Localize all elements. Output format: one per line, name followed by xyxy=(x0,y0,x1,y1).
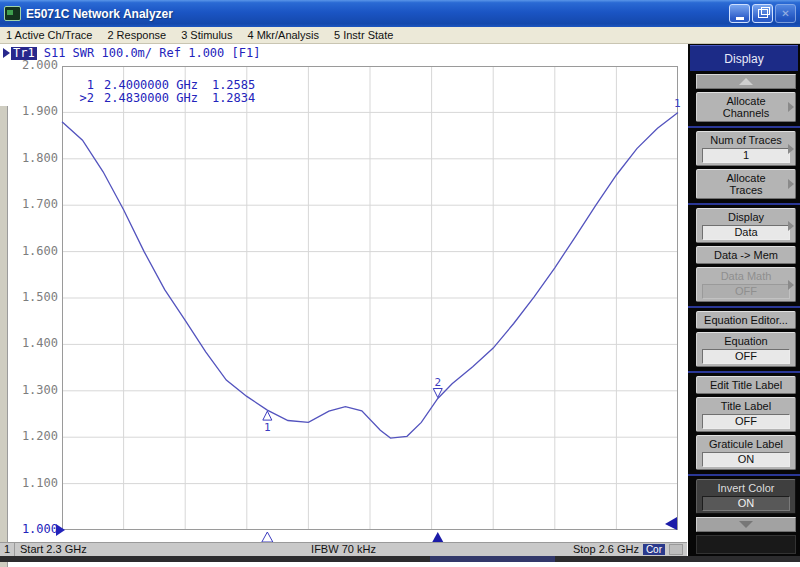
bottom-strip xyxy=(0,556,800,562)
softkey-edit-title-label[interactable]: Edit Title Label xyxy=(696,376,796,394)
softkey-value: OFF xyxy=(702,349,790,364)
svg-text:2: 2 xyxy=(434,376,441,389)
y-tick-label: 1.800 xyxy=(6,151,58,166)
softkey-data-math[interactable]: Data Math OFF xyxy=(696,267,796,302)
y-tick-label: 1.400 xyxy=(6,336,58,351)
start-frequency-label: Start 2.3 GHz xyxy=(20,543,87,556)
restore-button[interactable] xyxy=(752,4,773,23)
softkey-sidebar: Display Allocate Channels Num of Traces … xyxy=(688,44,800,556)
titlebar: E5071C Network Analyzer ✕ xyxy=(0,0,800,27)
y-tick-label: 1.500 xyxy=(6,290,58,305)
softkey-separator xyxy=(688,371,800,373)
svg-text:1: 1 xyxy=(264,421,271,434)
marker-value: 1.2834 xyxy=(212,92,255,105)
menu-stimulus[interactable]: 3 Stimulus xyxy=(181,29,232,41)
scroll-up-button[interactable] xyxy=(696,74,796,89)
chart-area: 121 xyxy=(62,66,678,544)
window-title: E5071C Network Analyzer xyxy=(26,7,173,21)
active-trace-arrow-icon xyxy=(3,48,10,58)
softkey-blank-panel xyxy=(696,535,796,554)
minimize-button[interactable] xyxy=(729,4,750,23)
y-tick-label: 1.300 xyxy=(6,383,58,398)
y-tick-label: 1.000 xyxy=(6,522,58,537)
y-tick-label: 1.600 xyxy=(6,244,58,259)
y-tick-label: 1.100 xyxy=(6,476,58,491)
softkey-value: ON xyxy=(702,452,790,467)
marker-frequency: 2.4830000 GHz xyxy=(104,92,198,105)
restore-icon xyxy=(758,9,768,18)
y-tick-label: 2.000 xyxy=(6,58,58,73)
softkey-value: OFF xyxy=(702,284,790,299)
marker-readout: 12.4000000 GHz1.2585 >22.4830000 GHz1.28… xyxy=(78,79,255,105)
bottom-strip-segment xyxy=(430,556,555,562)
softkey-graticule-label[interactable]: Graticule Label ON xyxy=(696,435,796,470)
menu-instr-state[interactable]: 5 Instr State xyxy=(334,29,393,41)
chevron-up-icon xyxy=(739,78,753,85)
softkey-allocate-traces[interactable]: Allocate Traces xyxy=(696,169,796,199)
app-icon xyxy=(4,6,21,21)
submenu-arrow-icon xyxy=(788,179,794,189)
softkey-value: OFF xyxy=(702,414,790,429)
softkey-display[interactable]: Display Data xyxy=(696,208,796,243)
svg-text:1: 1 xyxy=(674,97,681,110)
softkey-num-of-traces[interactable]: Num of Traces 1 xyxy=(696,131,796,166)
softkey-separator xyxy=(688,306,800,308)
softkey-value: 1 xyxy=(702,148,790,163)
y-tick-label: 1.900 xyxy=(6,104,58,119)
softkey-equation-editor[interactable]: Equation Editor... xyxy=(696,311,796,329)
softkey-allocate-channels[interactable]: Allocate Channels xyxy=(696,92,796,122)
softkey-separator xyxy=(688,474,800,476)
menu-response[interactable]: 2 Response xyxy=(107,29,166,41)
y-tick-label: 1.200 xyxy=(6,429,58,444)
window-controls: ✕ xyxy=(729,4,796,23)
submenu-arrow-icon xyxy=(788,280,794,290)
status-bar: 1 IFBW 70 kHz Start 2.3 GHz Stop 2.6 GHz… xyxy=(0,542,687,556)
menu-active-ch-trace[interactable]: 1 Active Ch/Trace xyxy=(6,29,92,41)
softkey-menu-title: Display xyxy=(690,45,798,71)
close-icon: ✕ xyxy=(781,8,789,19)
stop-frequency-label: Stop 2.6 GHz xyxy=(573,543,639,556)
y-tick-label: 1.700 xyxy=(6,197,58,212)
softkey-value: Data xyxy=(702,225,790,240)
softkey-equation[interactable]: Equation OFF xyxy=(696,332,796,367)
softkey-separator xyxy=(688,203,800,205)
softkey-title-label[interactable]: Title Label OFF xyxy=(696,397,796,432)
reference-level-arrow-icon xyxy=(56,524,65,536)
trace-settings-text: S11 SWR 100.0m/ Ref 1.000 [F1] xyxy=(44,46,261,60)
softkey-value: ON xyxy=(702,496,790,511)
menu-mkr-analysis[interactable]: 4 Mkr/Analysis xyxy=(247,29,319,41)
close-button[interactable]: ✕ xyxy=(775,4,796,23)
app-window: E5071C Network Analyzer ✕ 1 Active Ch/Tr… xyxy=(0,0,800,567)
marker-id: >2 xyxy=(78,92,94,105)
submenu-arrow-icon xyxy=(788,144,794,154)
menu-bar: 1 Active Ch/Trace 2 Response 3 Stimulus … xyxy=(0,27,800,44)
chart-plot: 121 xyxy=(62,66,678,544)
chevron-down-icon xyxy=(739,521,753,528)
marker-readout-row: >22.4830000 GHz1.2834 xyxy=(78,92,255,105)
softkey-data-to-mem[interactable]: Data -> Mem xyxy=(696,246,796,264)
scroll-down-button[interactable] xyxy=(696,517,796,532)
correction-badge: Cor xyxy=(643,544,665,555)
submenu-arrow-icon xyxy=(788,221,794,231)
status-bar-spacer xyxy=(669,544,683,555)
minimize-icon xyxy=(736,17,744,20)
softkey-separator xyxy=(688,126,800,128)
submenu-arrow-icon xyxy=(788,102,794,112)
softkey-list: Allocate Channels Num of Traces 1 Alloca… xyxy=(690,92,798,517)
softkey-invert-color[interactable]: Invert Color ON xyxy=(696,479,796,514)
